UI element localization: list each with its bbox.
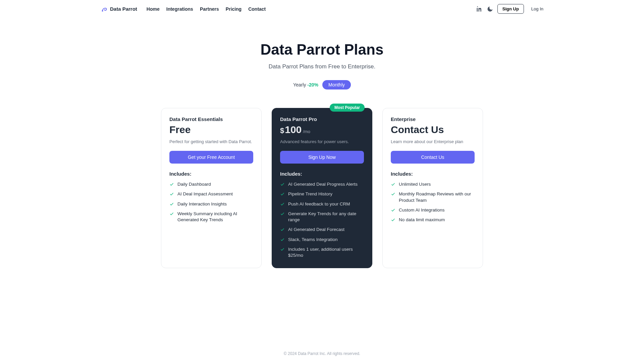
feature-text: Includes 1 user, additional users $25/mo xyxy=(288,246,364,258)
billing-monthly-option[interactable]: Monthly xyxy=(322,80,351,89)
nav-link-partners[interactable]: Partners xyxy=(200,6,219,12)
nav-link-contact[interactable]: Contact xyxy=(248,6,266,12)
plan-cta-enterprise[interactable]: Contact Us xyxy=(391,151,475,164)
feature-item: No data limit maximum xyxy=(391,217,475,223)
brand[interactable]: Data Parrot xyxy=(101,5,137,13)
feature-text: Custom AI Integrations xyxy=(399,207,445,213)
feature-item: Push AI feedback to your CRM xyxy=(280,201,364,207)
plan-name: Data Parrot Pro xyxy=(280,116,364,122)
feature-list: AI Generated Deal Progress Alerts Pipeli… xyxy=(280,181,364,258)
check-icon xyxy=(169,192,174,196)
plan-cta-pro[interactable]: Sign Up Now xyxy=(280,151,364,164)
plan-desc: Perfect for getting started with Data Pa… xyxy=(169,139,253,145)
price-amount: 100 xyxy=(285,124,302,135)
feature-list: Unlimited Users Monthly Roadmap Reviews … xyxy=(391,181,475,223)
feature-item: Weekly Summary including AI Generated Ke… xyxy=(169,211,253,223)
plan-desc: Advanced features for power users. xyxy=(280,139,364,145)
nav-links: Home Integrations Partners Pricing Conta… xyxy=(147,6,266,12)
check-icon xyxy=(391,182,395,187)
feature-item: Custom AI Integrations xyxy=(391,207,475,213)
price-amount: Free xyxy=(169,124,191,135)
plan-card-essentials: Data Parrot Essentials Free Perfect for … xyxy=(161,108,262,268)
price-period: /mo xyxy=(303,129,310,134)
plan-desc: Learn more about our Enterprise plan xyxy=(391,139,475,145)
price-amount: Contact Us xyxy=(391,124,444,135)
price-currency: $ xyxy=(280,126,284,135)
parrot-logo-icon xyxy=(101,5,108,13)
plan-cta-free[interactable]: Get your Free Account xyxy=(169,151,253,164)
login-link[interactable]: Log In xyxy=(531,6,543,11)
feature-text: Daily Dashboard xyxy=(177,181,211,187)
feature-list: Daily Dashboard AI Deal Impact Assessmen… xyxy=(169,181,253,223)
feature-text: Unlimited Users xyxy=(399,181,431,187)
feature-text: Pipeline Trend History xyxy=(288,191,332,197)
feature-item: Includes 1 user, additional users $25/mo xyxy=(280,246,364,258)
feature-text: No data limit maximum xyxy=(399,217,445,223)
pricing-cards: Data Parrot Essentials Free Perfect for … xyxy=(80,108,564,268)
feature-item: Daily Dashboard xyxy=(169,181,253,187)
top-nav: Data Parrot Home Integrations Partners P… xyxy=(80,0,564,18)
includes-label: Includes: xyxy=(280,171,364,177)
plan-price: $ 100 /mo xyxy=(280,124,364,135)
check-icon xyxy=(280,212,285,216)
feature-item: Pipeline Trend History xyxy=(280,191,364,197)
check-icon xyxy=(280,227,285,232)
check-icon xyxy=(391,192,395,196)
billing-toggle: Yearly -20% Monthly xyxy=(80,80,564,89)
brand-name: Data Parrot xyxy=(110,6,137,12)
page-title: Data Parrot Plans xyxy=(80,41,564,58)
linkedin-icon[interactable] xyxy=(476,6,483,12)
feature-text: Slack, Teams Integration xyxy=(288,237,338,243)
plan-name: Data Parrot Essentials xyxy=(169,116,253,122)
signup-button[interactable]: Sign Up xyxy=(497,4,524,14)
nav-link-home[interactable]: Home xyxy=(147,6,160,12)
includes-label: Includes: xyxy=(169,171,253,177)
feature-item: Monthly Roadmap Reviews with our Product… xyxy=(391,191,475,203)
yearly-discount: -20% xyxy=(307,82,318,87)
feature-item: AI Generated Deal Forecast xyxy=(280,227,364,233)
check-icon xyxy=(280,247,285,252)
check-icon xyxy=(391,218,395,222)
check-icon xyxy=(280,237,285,242)
feature-item: Slack, Teams Integration xyxy=(280,237,364,243)
yearly-label: Yearly xyxy=(293,82,306,87)
check-icon xyxy=(169,212,174,216)
nav-link-integrations[interactable]: Integrations xyxy=(166,6,193,12)
feature-text: Weekly Summary including AI Generated Ke… xyxy=(177,211,253,223)
check-icon xyxy=(169,182,174,187)
feature-text: AI Deal Impact Assessment xyxy=(177,191,233,197)
page-subtitle: Data Parrot Plans from Free to Enterpris… xyxy=(80,63,564,70)
feature-text: Push AI feedback to your CRM xyxy=(288,201,350,207)
feature-item: AI Deal Impact Assessment xyxy=(169,191,253,197)
nav-actions: Sign Up Log In xyxy=(476,4,543,14)
feature-text: AI Generated Deal Forecast xyxy=(288,227,344,233)
feature-item: Daily Interaction Insights xyxy=(169,201,253,207)
feature-text: AI Generated Deal Progress Alerts xyxy=(288,181,358,187)
feature-text: Daily Interaction Insights xyxy=(177,201,227,207)
feature-item: Generate Key Trends for any date range xyxy=(280,211,364,223)
check-icon xyxy=(280,202,285,206)
check-icon xyxy=(280,182,285,187)
plan-card-enterprise: Enterprise Contact Us Learn more about o… xyxy=(382,108,483,268)
svg-point-0 xyxy=(102,10,103,11)
hero: Data Parrot Plans Data Parrot Plans from… xyxy=(80,41,564,70)
feature-item: Unlimited Users xyxy=(391,181,475,187)
plan-name: Enterprise xyxy=(391,116,475,122)
includes-label: Includes: xyxy=(391,171,475,177)
footer-text: © 2024 Data Parrot Inc. All rights reser… xyxy=(284,351,360,356)
most-popular-badge: Most Popular xyxy=(330,104,365,112)
feature-text: Monthly Roadmap Reviews with our Product… xyxy=(399,191,475,203)
feature-text: Generate Key Trends for any date range xyxy=(288,211,364,223)
feature-item: AI Generated Deal Progress Alerts xyxy=(280,181,364,187)
footer: © 2024 Data Parrot Inc. All rights reser… xyxy=(80,345,564,362)
dark-mode-toggle-icon[interactable] xyxy=(487,6,493,12)
billing-yearly-option[interactable]: Yearly -20% xyxy=(293,82,318,87)
plan-card-pro: Most Popular Data Parrot Pro $ 100 /mo A… xyxy=(272,108,372,268)
check-icon xyxy=(391,208,395,213)
check-icon xyxy=(169,202,174,206)
plan-price: Free xyxy=(169,124,253,135)
nav-link-pricing[interactable]: Pricing xyxy=(226,6,241,12)
plan-price: Contact Us xyxy=(391,124,475,135)
check-icon xyxy=(280,192,285,196)
